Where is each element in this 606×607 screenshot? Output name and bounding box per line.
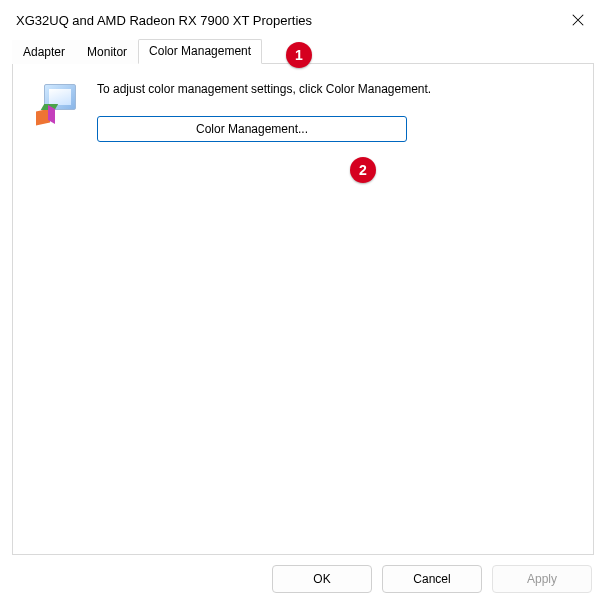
tab-panel: To adjust color management settings, cli… — [12, 63, 594, 555]
cancel-button[interactable]: Cancel — [382, 565, 482, 593]
close-icon — [571, 13, 585, 27]
tab-monitor[interactable]: Monitor — [76, 40, 138, 64]
close-button[interactable] — [564, 6, 592, 34]
properties-dialog: XG32UQ and AMD Radeon RX 7900 XT Propert… — [0, 0, 606, 607]
annotation-badge-1: 1 — [286, 42, 312, 68]
ok-button[interactable]: OK — [272, 565, 372, 593]
titlebar: XG32UQ and AMD Radeon RX 7900 XT Propert… — [0, 0, 606, 38]
apply-button: Apply — [492, 565, 592, 593]
tab-adapter[interactable]: Adapter — [12, 40, 76, 64]
color-management-icon — [31, 82, 81, 126]
description-text: To adjust color management settings, cli… — [97, 82, 575, 96]
color-management-button[interactable]: Color Management... — [97, 116, 407, 142]
dialog-footer: OK Cancel Apply — [0, 565, 606, 607]
annotation-badge-2: 2 — [350, 157, 376, 183]
tab-color-management[interactable]: Color Management — [138, 39, 262, 64]
window-title: XG32UQ and AMD Radeon RX 7900 XT Propert… — [16, 13, 312, 28]
